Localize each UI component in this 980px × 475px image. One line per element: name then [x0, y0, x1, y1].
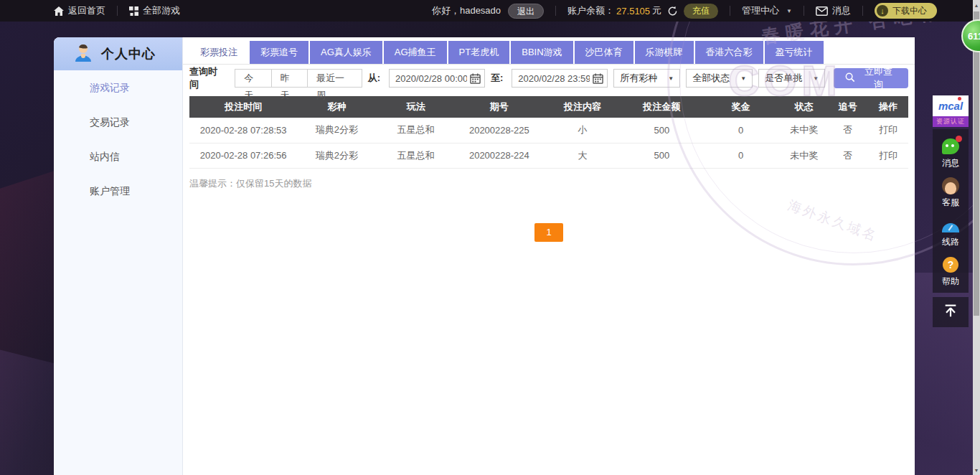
select-status[interactable]: 全部状态 ▼ [686, 69, 753, 88]
float-item-help[interactable]: ? 帮助 [933, 252, 969, 291]
cell-bet-content: 大 [543, 143, 622, 168]
cell-lottery: 瑞典2分彩 [297, 118, 376, 143]
divider [862, 6, 863, 16]
to-date-field [512, 69, 608, 88]
col-action: 操作 [868, 96, 908, 118]
chevron-down-icon: ▼ [786, 8, 792, 14]
tab-shaba-sports[interactable]: 沙巴体育 [575, 41, 633, 64]
tab-ag-live[interactable]: AG真人娱乐 [310, 41, 382, 64]
home-label: 返回首页 [68, 4, 105, 17]
scroll-up-arrow[interactable]: ▲ [973, 0, 980, 10]
chevron-down-icon: ▼ [668, 75, 674, 82]
chevron-down-icon: ▼ [813, 75, 819, 82]
float-lines-label: 线路 [942, 236, 959, 248]
select-single-pick[interactable]: 是否单挑 ▼ [758, 69, 825, 88]
pagination: 1 [189, 223, 908, 242]
print-link[interactable]: 打印 [868, 143, 908, 168]
filter-last-week-button[interactable]: 最近一周 [307, 69, 362, 88]
select-single-pick-value: 是否单挑 [765, 72, 802, 85]
calendar-icon[interactable] [470, 73, 481, 84]
grid-icon [129, 6, 138, 16]
admin-center-menu[interactable]: 管理中心 ▼ [742, 4, 792, 17]
refresh-balance-icon[interactable] [667, 6, 678, 17]
col-bet-amount: 投注金额 [622, 96, 701, 118]
table-row: 2020-02-28 07:28:53 瑞典2分彩 五星总和 20200228-… [189, 118, 908, 143]
chevron-down-icon: ▼ [740, 75, 746, 82]
tab-profit-stats[interactable]: 盈亏统计 [765, 41, 824, 64]
bet-records-table: 投注时间 彩种 玩法 期号 投注内容 投注金额 奖金 状态 追号 操作 2020… [189, 96, 908, 169]
chat-icon [941, 137, 960, 156]
sidebar-item-account-management[interactable]: 账户管理 [54, 174, 182, 208]
float-item-lines[interactable]: 线路 [933, 212, 969, 252]
float-item-customer-service[interactable]: 客服 [933, 173, 969, 212]
avatar [72, 42, 94, 66]
sidebar-item-game-records[interactable]: 游戏记录 [54, 70, 182, 105]
sidebar-header: 个人中心 [54, 37, 182, 70]
cell-status: 未中奖 [781, 118, 828, 143]
recharge-button[interactable]: 充值 [684, 4, 718, 19]
cell-play: 五星总和 [377, 118, 456, 143]
col-status: 状态 [781, 96, 828, 118]
float-messages-label: 消息 [942, 157, 959, 169]
tab-lottery-bet[interactable]: 彩票投注 [189, 41, 248, 64]
calendar-icon[interactable] [593, 73, 603, 84]
from-date-input[interactable] [390, 73, 470, 84]
to-date-input[interactable] [512, 73, 593, 84]
envelope-icon [816, 6, 828, 16]
tab-lottery-chase[interactable]: 彩票追号 [250, 41, 308, 64]
cell-status: 未中奖 [781, 143, 828, 168]
cell-bet-time: 2020-02-28 07:28:53 [189, 118, 297, 143]
search-button[interactable]: 立即查询 [834, 68, 908, 88]
tab-ag-fishing[interactable]: AG捕鱼王 [384, 41, 447, 64]
col-prize: 奖金 [701, 96, 780, 118]
all-games-link[interactable]: 全部游戏 [129, 4, 180, 17]
cell-prize: 0 [701, 118, 780, 143]
tab-hk-mark-six[interactable]: 香港六合彩 [695, 41, 763, 64]
cert-logo: mcal [933, 95, 969, 116]
cell-chase: 否 [828, 143, 868, 168]
back-to-top-button[interactable] [933, 297, 969, 327]
divider [117, 6, 118, 16]
tab-bbin-games[interactable]: BBIN游戏 [511, 41, 573, 64]
top-bar: 返回首页 全部游戏 你好，hadesado 退出 账户余额： 27.5105 元… [0, 0, 980, 22]
cell-play: 五星总和 [377, 143, 456, 168]
float-item-messages[interactable]: 消息 [933, 133, 969, 173]
help-icon: ? [941, 255, 960, 274]
home-icon [54, 6, 64, 16]
sidebar-title: 个人中心 [101, 45, 156, 62]
green-notification-badge[interactable]: 611 [961, 19, 980, 52]
print-link[interactable]: 打印 [868, 118, 908, 143]
query-time-label: 查询时间 [189, 65, 226, 91]
float-menu: 消息 客服 线路 ? 帮助 [933, 129, 969, 293]
filter-bar: 查询时间 今天 昨天 最近一周 从: 至: 所有彩种 [189, 65, 908, 92]
cell-issue: 20200228-224 [456, 143, 543, 168]
float-help-label: 帮助 [942, 276, 959, 288]
col-bet-content: 投注内容 [543, 96, 622, 118]
cell-chase: 否 [828, 118, 868, 143]
cert-label: 资源认证 [933, 116, 969, 127]
download-center-button[interactable]: ↓ 下载中心 [875, 3, 937, 19]
home-link[interactable]: 返回首页 [54, 4, 105, 17]
filter-today-button[interactable]: 今天 [235, 69, 271, 88]
logout-button[interactable]: 退出 [508, 4, 544, 19]
float-sidebar: mcal 资源认证 消息 客服 线路 ? 帮助 [933, 95, 969, 327]
select-lottery-type[interactable]: 所有彩种 ▼ [613, 69, 680, 88]
scrollbar[interactable]: ▲ ▼ [973, 0, 980, 475]
messages-link[interactable]: 消息 [816, 4, 851, 17]
all-games-label: 全部游戏 [143, 4, 180, 17]
sidebar-item-transaction-records[interactable]: 交易记录 [54, 105, 182, 139]
tab-leyou-chess[interactable]: 乐游棋牌 [635, 41, 694, 64]
filter-yesterday-button[interactable]: 昨天 [271, 69, 308, 88]
page-1-button[interactable]: 1 [534, 223, 563, 242]
retention-notice: 温馨提示：仅保留15天的数据 [189, 177, 908, 190]
divider [555, 6, 556, 16]
col-lottery: 彩种 [297, 96, 376, 118]
sidebar-item-site-mail[interactable]: 站内信 [54, 139, 182, 174]
scrollbar-thumb[interactable] [974, 11, 979, 316]
divider [730, 6, 730, 16]
tab-pt-slots[interactable]: PT老虎机 [448, 41, 510, 64]
download-center-label: 下载中心 [892, 4, 927, 19]
notification-dot [956, 136, 962, 142]
certification-badge[interactable]: mcal 资源认证 [933, 95, 969, 127]
scroll-down-arrow[interactable]: ▼ [973, 465, 980, 475]
